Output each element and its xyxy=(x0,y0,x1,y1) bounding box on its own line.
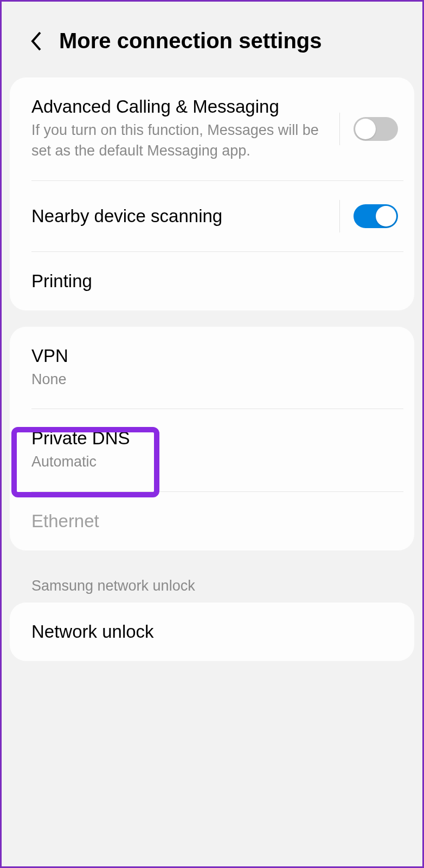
printing-row[interactable]: Printing xyxy=(10,252,414,310)
private-dns-subtitle: Automatic xyxy=(31,452,393,472)
advanced-calling-subtitle: If you turn on this function, Messages w… xyxy=(31,120,331,161)
advanced-calling-toggle[interactable] xyxy=(354,117,398,141)
vpn-subtitle: None xyxy=(31,370,393,390)
page-header: More connection settings xyxy=(2,2,422,75)
nearby-scanning-row[interactable]: Nearby device scanning xyxy=(10,181,414,251)
ethernet-row: Ethernet xyxy=(10,492,414,550)
back-icon[interactable] xyxy=(29,30,43,52)
nearby-scanning-title: Nearby device scanning xyxy=(31,206,331,226)
private-dns-title: Private DNS xyxy=(31,428,393,449)
printing-title: Printing xyxy=(31,271,393,292)
section-header: Samsung network unlock xyxy=(2,567,422,603)
ethernet-title: Ethernet xyxy=(31,511,393,532)
settings-group-2: VPN None Private DNS Automatic Ethernet xyxy=(10,327,414,551)
page-title: More connection settings xyxy=(59,29,322,53)
advanced-calling-title: Advanced Calling & Messaging xyxy=(31,96,331,117)
network-unlock-title: Network unlock xyxy=(31,621,393,642)
settings-group-3: Network unlock xyxy=(10,603,414,661)
settings-group-1: Advanced Calling & Messaging If you turn… xyxy=(10,77,414,310)
nearby-scanning-toggle[interactable] xyxy=(354,204,398,228)
advanced-calling-row[interactable]: Advanced Calling & Messaging If you turn… xyxy=(10,77,414,180)
network-unlock-row[interactable]: Network unlock xyxy=(10,603,414,661)
vpn-title: VPN xyxy=(31,346,393,366)
private-dns-row[interactable]: Private DNS Automatic xyxy=(10,409,414,491)
vpn-row[interactable]: VPN None xyxy=(10,327,414,409)
